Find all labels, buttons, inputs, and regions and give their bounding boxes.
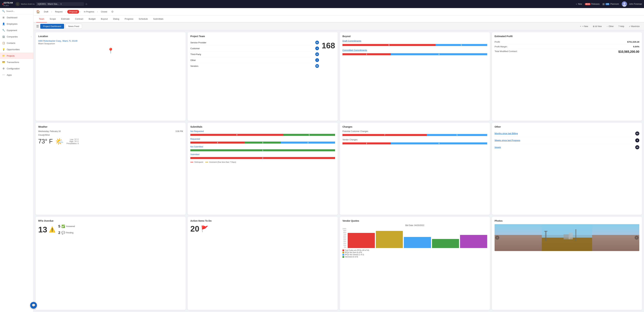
- tab-contract[interactable]: Contract: [72, 16, 86, 23]
- action-items-count-row: 20 🚩: [190, 224, 335, 233]
- imminent-legend: Imminent (Due less than 7 Days): [205, 161, 236, 163]
- bid-date: Bid Date: 04/20/2022: [342, 224, 487, 227]
- news-feed-button[interactable]: News Feed: [66, 24, 82, 29]
- status-tab-closed[interactable]: Closed: [99, 10, 109, 14]
- plus-icon: ＋: [576, 3, 578, 6]
- projects-icon: 📁: [2, 54, 5, 57]
- team-count: 4: [315, 47, 319, 50]
- sidebar-item-equipment[interactable]: 🔧 Equipment: [0, 27, 33, 33]
- new-button[interactable]: ＋ New: [576, 3, 582, 6]
- billing-link[interactable]: Months since last Billing: [494, 132, 518, 135]
- sidebar-item-opportunities[interactable]: 💡 Opportunities: [0, 46, 33, 53]
- apps-icon: ⋯: [2, 73, 5, 76]
- view-button[interactable]: ⊞ ⊞ View: [591, 24, 604, 29]
- configuration-icon: ⚙: [2, 67, 5, 70]
- legend-color-4: [342, 256, 344, 258]
- sidebar-item-dashboard[interactable]: ⊞ Dashboard: [0, 14, 33, 21]
- planroom-button[interactable]: ⊞ 108 Planroom: [602, 3, 619, 6]
- sidebar-item-projects[interactable]: 📁 Projects: [0, 53, 33, 59]
- requested-link[interactable]: Requested: [190, 138, 335, 140]
- photo-prev-button[interactable]: ‹: [495, 236, 499, 240]
- project-selector[interactable]: 1QE0001 - Miami Seaquarium Area Developm…: [36, 2, 84, 6]
- weather-time: 3:06 PM: [176, 130, 183, 132]
- nav-actions: ＋ New 06/16 Releases ⊞ 108 Planroom John…: [576, 1, 642, 7]
- status-tab-inprogress[interactable]: In Progress: [82, 10, 96, 14]
- sidebar-item-transactions[interactable]: 💳 Transactions: [0, 59, 33, 65]
- vendor-quotes-card: Vendor Quotes Bid Date: 04/20/2022 100%9…: [340, 217, 490, 310]
- sidebar-item-contacts[interactable]: 📋 Contacts: [0, 40, 33, 46]
- draft-red-bar: 9: [342, 44, 436, 46]
- sidebar-item-label: Opportunities: [7, 48, 31, 51]
- team-row-other: Other 3: [190, 57, 319, 63]
- req-green: 2: [245, 141, 281, 143]
- location-card: Location 4400 Rickenbacker Cswy., Miami,…: [36, 32, 186, 121]
- legend-color-2: [342, 252, 344, 253]
- team-label: Vendors: [190, 65, 198, 67]
- status-tab-draft[interactable]: Draft: [42, 10, 50, 14]
- not-submitted-link[interactable]: Not Submitted: [190, 145, 335, 148]
- tab-budget[interactable]: Budget: [86, 16, 98, 23]
- star-button[interactable]: ☆: [85, 3, 88, 6]
- tab-scope[interactable]: Scope: [47, 16, 58, 23]
- vendor-chart-area: 100%90%80%70%60%50%40%30%20%10%0%: [342, 228, 487, 248]
- tab-submittals[interactable]: Submittals: [150, 16, 166, 23]
- sidebar-item-configuration[interactable]: ⚙ Configuration: [0, 65, 33, 72]
- tab-buyout[interactable]: Buyout: [98, 16, 110, 23]
- draft-commitments-link[interactable]: Draft Commitments: [342, 40, 487, 42]
- status-tab-request[interactable]: Request: [53, 10, 64, 14]
- sidebar-item-label: Companies: [7, 35, 29, 38]
- legend-label-2: RFQs Not Sent (6 of 8): [345, 252, 362, 253]
- sub-red: 2: [190, 157, 335, 159]
- sidebar-item-apps[interactable]: ⋯ Apps: [0, 72, 33, 78]
- submittals-legend: Delinquent Imminent (Due less than 7 Day…: [190, 161, 335, 163]
- view-label: ⊞ View: [595, 25, 602, 28]
- not-req-red: 9: [190, 134, 284, 136]
- bar-segment: [460, 235, 487, 248]
- planroom-label: Planroom: [610, 3, 619, 5]
- maximize-button[interactable]: ⤢ Maximize: [627, 24, 641, 29]
- sidebar-search-container: 🔍: [0, 8, 33, 14]
- nav-back-button[interactable]: ‹: [16, 2, 20, 6]
- buyout-card: Buyout Draft Commitments 9 5 Committed C…: [340, 32, 490, 121]
- new-label: New: [578, 3, 582, 5]
- sidebar-item-companies[interactable]: 🏢 Companies ›: [0, 33, 33, 40]
- tab-schedule[interactable]: Schedule: [136, 16, 150, 23]
- hamburger-button[interactable]: ☰: [36, 25, 39, 28]
- requested-bar: 3 2 3: [190, 141, 335, 144]
- location-title: Location: [38, 35, 183, 38]
- tab-progress[interactable]: Progress: [122, 16, 136, 23]
- estimated-profit-title: Estimated Profit: [494, 35, 639, 38]
- search-input[interactable]: [6, 10, 31, 13]
- photos-title: Photos: [494, 219, 639, 222]
- location-address[interactable]: 4400 Rickenbacker Cswy., Miami, FL 33149: [38, 40, 77, 42]
- submitted-link[interactable]: Submitted: [190, 153, 335, 156]
- profit-row-margin: Profit Margin: 6.64%: [494, 44, 639, 49]
- sidebar-item-employees[interactable]: 👤 Employees: [0, 21, 33, 27]
- not-requested-link[interactable]: Not Requested: [190, 130, 335, 132]
- team-row-service-provider: Service Provider 52: [190, 40, 319, 46]
- tab-estimate[interactable]: Estimate: [58, 16, 72, 23]
- help-button[interactable]: ? Help: [617, 24, 626, 29]
- user-menu[interactable]: John Foreman: [622, 1, 642, 7]
- other-row-issues: Issues 10: [494, 144, 639, 151]
- project-dashboard-button[interactable]: Project Dashboard: [40, 24, 64, 29]
- chat-bubble-button[interactable]: 💬: [30, 302, 37, 309]
- chart-legend: Cost Codes w/o RFQs (49 of 54) RFQs Not …: [342, 249, 487, 258]
- progress-count: 4: [635, 138, 639, 142]
- changes-title: Changes: [342, 125, 487, 128]
- tab-dialog[interactable]: Dialog: [110, 16, 122, 23]
- delinquent-legend: Delinquent: [190, 161, 203, 163]
- photo-next-button[interactable]: ›: [634, 236, 639, 240]
- other-button[interactable]: ··· Other: [605, 24, 615, 29]
- tab-team[interactable]: Team: [36, 16, 47, 23]
- submittals-card: Submittals Not Requested 9 5 Requested 3…: [188, 123, 338, 215]
- project-settings-button[interactable]: ⚙: [111, 10, 114, 13]
- progress-link[interactable]: Weeks since last Progress: [494, 139, 520, 141]
- status-tab-proposal[interactable]: Proposal: [67, 10, 79, 14]
- issues-link[interactable]: Issues: [494, 146, 501, 148]
- new-action-button[interactable]: ＋ + New: [578, 24, 590, 29]
- committed-commitments-link[interactable]: Committed Commitments: [342, 49, 487, 51]
- releases-button[interactable]: 06/16 Releases: [585, 3, 600, 5]
- other-row-progress: Weeks since last Progress 4: [494, 137, 639, 144]
- action-items-count: 20: [190, 224, 199, 233]
